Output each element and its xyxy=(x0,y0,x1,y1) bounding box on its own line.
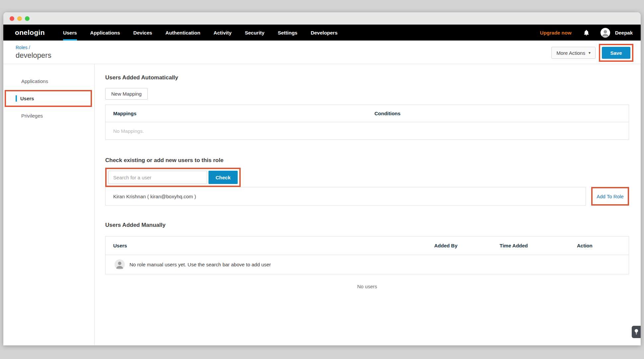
users-column-header: Users xyxy=(106,243,434,248)
upgrade-now-link[interactable]: Upgrade now xyxy=(540,30,572,36)
manual-users-table-header: Users Added By Time Added Action xyxy=(106,236,629,255)
navbar-right: Upgrade now Deepak xyxy=(540,25,633,41)
manual-users-empty-row: No role manual users yet. Use the search… xyxy=(106,255,629,274)
mappings-table-header: Mappings Conditions xyxy=(106,105,629,122)
annotation-box-add-to-role: Add To Role xyxy=(591,187,629,206)
mappings-table: Mappings Conditions No Mappings. xyxy=(105,105,629,140)
window-titlebar xyxy=(3,12,641,25)
sidebar-item-privileges[interactable]: Privileges xyxy=(3,109,94,122)
search-result-row: Kiran Krishnan ( kiran@boxyhq.com ) xyxy=(105,187,586,206)
nav-items: Users Applications Devices Authenticatio… xyxy=(63,25,351,41)
users-added-manually-heading: Users Added Manually xyxy=(105,222,629,228)
user-name: Deepak xyxy=(615,30,633,36)
no-mappings-text: No Mappings. xyxy=(106,128,144,134)
manual-users-table: Users Added By Time Added Action No role… xyxy=(105,236,629,274)
nav-tab-devices[interactable]: Devices xyxy=(133,25,152,41)
conditions-column-header: Conditions xyxy=(374,111,400,116)
maximize-window-button[interactable] xyxy=(25,16,30,21)
new-mapping-button[interactable]: New Mapping xyxy=(105,88,148,100)
user-avatar[interactable] xyxy=(601,28,610,38)
sidebar: Applications Users Privileges xyxy=(3,64,95,345)
no-manual-users-text: No role manual users yet. Use the search… xyxy=(129,262,271,267)
top-navbar: onelogin Users Applications Devices Auth… xyxy=(3,25,641,41)
page-title: developers xyxy=(16,51,641,60)
breadcrumb[interactable]: Roles / xyxy=(16,45,641,50)
annotation-box-search: Check xyxy=(105,168,241,187)
sidebar-item-applications[interactable]: Applications xyxy=(3,75,94,88)
nav-tab-activity[interactable]: Activity xyxy=(213,25,231,41)
nav-tab-developers[interactable]: Developers xyxy=(311,25,338,41)
content-area: Applications Users Privileges Users Adde… xyxy=(3,64,641,345)
check-button[interactable]: Check xyxy=(208,171,238,184)
sidebar-item-users-label: Users xyxy=(20,96,34,101)
mappings-empty-row: No Mappings. xyxy=(106,122,629,139)
check-users-heading: Check existing or add new users to this … xyxy=(105,157,629,164)
help-lightbulb-button[interactable] xyxy=(632,326,641,338)
nav-tab-authentication[interactable]: Authentication xyxy=(165,25,200,41)
nav-tab-users[interactable]: Users xyxy=(63,25,77,41)
main-panel: Users Added Automatically New Mapping Ma… xyxy=(95,64,641,345)
empty-user-avatar-icon xyxy=(115,259,125,270)
add-to-role-link[interactable]: Add To Role xyxy=(597,194,623,199)
caret-down-icon: ▾ xyxy=(589,50,591,55)
annotation-box-sidebar-users: Users xyxy=(5,90,92,107)
app-window: onelogin Users Applications Devices Auth… xyxy=(3,12,641,345)
onelogin-logo: onelogin xyxy=(15,25,45,41)
annotation-box-save: Save xyxy=(599,44,633,62)
search-user-input[interactable] xyxy=(108,171,207,184)
sidebar-item-users[interactable]: Users xyxy=(6,91,91,106)
close-window-button[interactable] xyxy=(10,16,14,21)
more-actions-label: More Actions xyxy=(556,50,585,56)
active-item-indicator xyxy=(16,95,17,102)
action-column-header: Action xyxy=(577,243,629,248)
lightbulb-icon xyxy=(634,329,638,335)
time-added-column-header: Time Added xyxy=(500,243,577,248)
desktop: { "navbar": { "logo": "onelogin", "items… xyxy=(0,0,644,359)
search-result-user: Kiran Krishnan ( kiran@boxyhq.com ) xyxy=(113,194,196,199)
mappings-column-header: Mappings xyxy=(106,111,374,116)
minimize-window-button[interactable] xyxy=(17,16,22,21)
nav-tab-security[interactable]: Security xyxy=(245,25,265,41)
added-by-column-header: Added By xyxy=(434,243,500,248)
save-button[interactable]: Save xyxy=(602,47,630,59)
nav-tab-settings[interactable]: Settings xyxy=(278,25,297,41)
page-header: Roles / developers More Actions ▾ Save xyxy=(3,41,641,64)
nav-tab-applications[interactable]: Applications xyxy=(90,25,120,41)
more-actions-button[interactable]: More Actions ▾ xyxy=(551,47,596,59)
notifications-bell-icon[interactable] xyxy=(584,30,589,36)
users-added-automatically-heading: Users Added Automatically xyxy=(105,74,629,81)
search-result-line: Kiran Krishnan ( kiran@boxyhq.com ) Add … xyxy=(105,187,629,206)
no-users-text: No users xyxy=(105,284,629,289)
